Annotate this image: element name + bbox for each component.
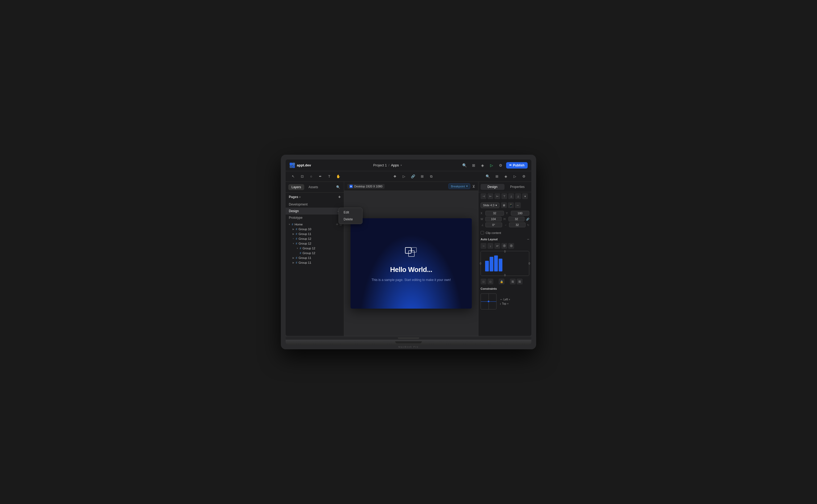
corner-input[interactable] xyxy=(509,222,526,227)
x-input[interactable] xyxy=(485,211,504,216)
w-input[interactable] xyxy=(485,217,502,221)
wrap-btn[interactable]: ↵ xyxy=(495,243,500,249)
page-item-design[interactable]: Design ··· Edit Delete xyxy=(286,208,344,215)
distribute-h-btn[interactable]: ⦿ xyxy=(508,243,514,249)
panel-search-btn[interactable]: 🔍 xyxy=(335,184,341,190)
settings-btn[interactable]: ⚙ xyxy=(497,162,505,169)
group12child-expand[interactable]: ▾ xyxy=(296,247,299,250)
design-frame-content: Hello World... This is a sample page. St… xyxy=(350,218,472,309)
arrow-right-btn[interactable]: → xyxy=(481,243,487,249)
search-btn[interactable]: 🔍 xyxy=(461,162,468,169)
clip-content-checkbox[interactable] xyxy=(481,231,484,234)
breakpoint-btn[interactable]: Breakpoint ▾ xyxy=(449,183,470,189)
tablet-icon[interactable]: 📱 xyxy=(508,202,514,208)
tab-properties[interactable]: Properties xyxy=(506,184,530,190)
ellipse-tool[interactable]: ○ xyxy=(307,173,315,180)
align-center-v-btn[interactable]: ⊥ xyxy=(508,193,514,199)
context-menu-delete[interactable]: Delete xyxy=(340,216,361,223)
canvas-expand-btn[interactable]: ⊻ xyxy=(472,184,475,188)
grid-btn[interactable]: ⊞ xyxy=(470,162,478,169)
cursor-tool[interactable]: ↖ xyxy=(289,173,297,180)
tree-item-group10[interactable]: ▶ # Group 10 xyxy=(286,227,344,232)
right-plugin-btn[interactable]: ◈ xyxy=(502,173,510,180)
tree-item-group12-child[interactable]: ▾ # Group 12 xyxy=(286,246,344,251)
tab-layers[interactable]: Layers xyxy=(288,184,304,190)
macbook-label: MacBook Pro xyxy=(286,345,531,349)
lock-ratio-icon[interactable]: 🔗 xyxy=(526,218,529,221)
group11c-expand[interactable]: ▶ xyxy=(292,261,295,264)
spacing-bottom[interactable]: 0 xyxy=(504,274,506,277)
dropdown-icon[interactable]: ▾ xyxy=(400,164,402,167)
auto-layout-label: Auto Layout xyxy=(481,238,498,241)
lock-icon[interactable]: 🔒 xyxy=(499,279,505,284)
canvas-viewport[interactable]: Hello World... This is a sample page. St… xyxy=(344,191,478,336)
align-right-btn[interactable]: ⊢ xyxy=(495,193,500,199)
slide-selector-btn[interactable]: Slide 4:3 ▾ xyxy=(481,203,500,208)
clip-content-label: Clip content xyxy=(486,231,501,234)
layers-stack-btn[interactable]: ⊞ xyxy=(419,173,426,180)
pen-tool[interactable]: ✒ xyxy=(316,173,324,180)
align-center-h-btn[interactable]: ⊢ xyxy=(488,193,493,199)
prototype-btn[interactable]: ▷ xyxy=(400,173,408,180)
page-item-prototype[interactable]: Prototype xyxy=(286,215,344,221)
copy-btn[interactable]: ⧉ xyxy=(428,173,435,180)
desktop-icon[interactable]: 🖥 xyxy=(501,202,507,208)
right-search-btn[interactable]: 🔍 xyxy=(484,173,492,180)
context-menu-edit[interactable]: Edit xyxy=(340,209,361,216)
group11-expand[interactable]: ▶ xyxy=(292,233,295,235)
corner-expand-icon[interactable]: ↻ xyxy=(527,224,529,226)
group12-expand[interactable]: ▾ xyxy=(292,242,295,245)
group10-expand[interactable]: ▶ xyxy=(292,228,295,230)
page-item-development[interactable]: Development xyxy=(286,201,344,208)
tree-item-group11-first[interactable]: ▶ # Group 11 xyxy=(286,232,344,236)
angle-input[interactable] xyxy=(485,222,502,227)
right-grid-btn[interactable]: ⊞ xyxy=(493,173,501,180)
wh-row: W H 🔗 xyxy=(481,217,529,221)
text-tool[interactable]: T xyxy=(325,173,333,180)
home-visibility-icon[interactable]: 👁 xyxy=(336,223,338,226)
frame-tool[interactable]: ⊡ xyxy=(298,173,306,180)
y-input[interactable] xyxy=(511,211,530,216)
constraint-top-chevron[interactable]: ▾ xyxy=(507,302,509,305)
h-input[interactable] xyxy=(509,217,525,221)
right-play-btn[interactable]: ▷ xyxy=(511,173,519,180)
plugin-btn[interactable]: ◈ xyxy=(479,162,487,169)
constraint-left-chevron[interactable]: ▾ xyxy=(509,298,510,301)
tree-item-group12-expanded[interactable]: ▾ # Group 12 xyxy=(286,241,344,246)
responsive-icon[interactable]: ↔ xyxy=(515,202,521,208)
hand-tool[interactable]: ✋ xyxy=(334,173,342,180)
publish-button[interactable]: ✏ Publish xyxy=(506,162,528,169)
tree-item-group11-third[interactable]: ▶ # Group 11 xyxy=(286,260,344,265)
chain-icon-1[interactable]: ⛓ xyxy=(510,279,516,284)
tree-item-group11-second[interactable]: ▶ # Group 11 xyxy=(286,255,344,260)
checkbox-icon-2[interactable]: □ xyxy=(488,279,493,284)
tree-item-group12-plus[interactable]: + # Group 12 xyxy=(286,236,344,241)
home-expand[interactable]: ▾ xyxy=(288,223,291,226)
auto-layout-collapse[interactable]: − xyxy=(527,237,529,241)
more-align-btn[interactable]: ▾ xyxy=(522,193,528,199)
components-btn[interactable]: ❖ xyxy=(391,173,398,180)
add-page-btn[interactable]: + xyxy=(338,195,341,199)
tab-design[interactable]: Design xyxy=(481,184,505,190)
play-btn[interactable]: ▷ xyxy=(488,162,496,169)
spacing-left[interactable]: 0 xyxy=(480,262,482,265)
chain-icon-2[interactable]: ⛓ xyxy=(517,279,523,284)
tree-item-group12-leaf[interactable]: # Group 12 xyxy=(286,251,344,255)
spacing-top[interactable]: 0 xyxy=(504,250,506,253)
align-left-btn[interactable]: ⊣ xyxy=(481,193,487,199)
link-btn[interactable]: 🔗 xyxy=(409,173,417,180)
constraints-section: ↔ Left ▾ ↕ Top ▾ xyxy=(479,291,531,312)
distribute-v-btn[interactable]: ⦿ xyxy=(501,243,507,249)
group12-icon: # xyxy=(296,242,297,245)
tree-item-home[interactable]: ▾ # Home 👁 ⊡ xyxy=(286,222,344,227)
pages-header: Pages ▾ + xyxy=(286,193,344,201)
right-settings-btn[interactable]: ⚙ xyxy=(520,173,528,180)
group11b-expand[interactable]: ▶ xyxy=(292,257,295,259)
group12plus-expand[interactable]: + xyxy=(292,237,295,240)
tab-assets[interactable]: Assets xyxy=(305,184,321,190)
align-top-btn[interactable]: ⊤ xyxy=(501,193,507,199)
spacing-right[interactable]: 0 xyxy=(529,262,530,265)
checkbox-icon-1[interactable]: □ xyxy=(481,279,487,284)
arrow-down-btn[interactable]: ↓ xyxy=(488,243,493,249)
align-bottom-btn[interactable]: ⊥ xyxy=(515,193,521,199)
